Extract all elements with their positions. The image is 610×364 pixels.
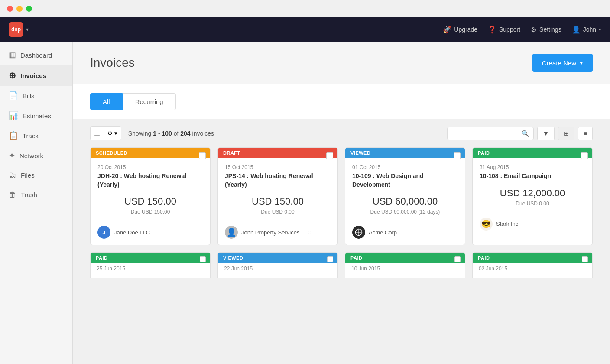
- sidebar-item-network[interactable]: ✦ Network: [0, 146, 72, 166]
- card-body-4: 31 Aug 2015 10-108 : Email Campaign USD …: [473, 158, 592, 237]
- sidebar-item-label: Trash: [21, 191, 37, 198]
- create-new-button[interactable]: Create New ▾: [532, 54, 593, 72]
- track-icon: 📋: [9, 131, 18, 140]
- tabs-row: All Recurring: [90, 93, 593, 110]
- tab-recurring[interactable]: Recurring: [123, 93, 176, 110]
- status-badge-4: PAID: [473, 148, 592, 158]
- showing-total: 204: [180, 130, 190, 137]
- client-name-1: Jane Doe LLC: [114, 229, 150, 236]
- create-new-label: Create New: [542, 59, 576, 67]
- search-input[interactable]: [452, 130, 522, 136]
- card-checkbox-7[interactable]: [454, 256, 461, 262]
- sidebar-item-label: Dashboard: [20, 52, 52, 59]
- card-checkbox-2[interactable]: [326, 152, 333, 159]
- client-avatar-1: J: [97, 226, 110, 239]
- trash-icon: 🗑: [9, 190, 16, 199]
- logo-text: dnp: [11, 26, 21, 32]
- sidebar-item-label: Network: [19, 152, 43, 159]
- upgrade-label: Upgrade: [454, 26, 477, 33]
- page-title: Invoices: [90, 56, 135, 70]
- support-label: Support: [499, 26, 520, 33]
- filter-button[interactable]: ▼: [537, 127, 555, 140]
- card-due-2: Due USD 0.00: [225, 209, 331, 215]
- tabs-section: All Recurring: [73, 84, 610, 119]
- maximize-button[interactable]: [26, 6, 32, 12]
- card-checkbox-8[interactable]: [582, 256, 588, 262]
- sidebar-item-bills[interactable]: 📄 Bills: [0, 86, 72, 106]
- client-avatar-2: 👤: [225, 226, 238, 239]
- gear-icon: ⚙ ▾: [107, 130, 117, 136]
- page-header: Invoices Create New ▾: [73, 42, 610, 84]
- client-avatar-4: 😎: [480, 218, 493, 231]
- search-box: 🔍: [447, 127, 534, 140]
- top-nav: dnp ▾ 🚀 Upgrade ❓ Support ⚙ Settings 👤 J…: [0, 17, 610, 42]
- invoice-card-8[interactable]: PAID 02 Jun 2015: [472, 252, 593, 278]
- invoice-card-7[interactable]: PAID 10 Jun 2015: [345, 252, 465, 278]
- list-view-button[interactable]: ≡: [578, 127, 593, 140]
- showing-range: 1 - 100: [153, 130, 172, 137]
- sidebar-item-files[interactable]: 🗂 Files: [0, 166, 72, 185]
- app-body: ▦ Dashboard ⊕ Invoices 📄 Bills 📊 Estimat…: [0, 42, 610, 364]
- cards-grid-bottom: PAID 25 Jun 2015 VIEWED 22 Jun 2015 PAID…: [90, 252, 593, 278]
- sidebar-item-label: Files: [21, 172, 35, 179]
- toolbar-right: 🔍 ▼ ⊞ ≡: [447, 127, 593, 140]
- card-checkbox-1[interactable]: [199, 152, 206, 159]
- invoice-card-1[interactable]: SCHEDULED 20 Oct 2015 JDH-20 : Web hosti…: [90, 147, 211, 245]
- grid-view-button[interactable]: ⊞: [558, 127, 574, 140]
- card-checkbox-5[interactable]: [200, 256, 206, 262]
- client-avatar-3: [352, 226, 365, 239]
- settings-link[interactable]: ⚙ Settings: [531, 26, 561, 34]
- tab-recurring-label: Recurring: [135, 98, 163, 105]
- sidebar-item-trash[interactable]: 🗑 Trash: [0, 185, 72, 205]
- card-amount-1: USD 150.00: [97, 196, 203, 207]
- invoice-card-3[interactable]: VIEWED 01 Oct 2015 10-109 : Web Design a…: [345, 147, 465, 245]
- upgrade-link[interactable]: 🚀 Upgrade: [443, 26, 477, 34]
- invoice-card-4[interactable]: PAID 31 Aug 2015 10-108 : Email Campaign…: [472, 147, 593, 245]
- card-due-4: Due USD 0.00: [480, 201, 585, 207]
- logo-chevron-icon[interactable]: ▾: [26, 26, 29, 32]
- sidebar-item-invoices[interactable]: ⊕ Invoices: [0, 65, 72, 86]
- list-icon: ≡: [584, 130, 587, 137]
- card-checkbox-6[interactable]: [327, 256, 333, 262]
- logo[interactable]: dnp: [9, 22, 23, 37]
- sidebar-item-dashboard[interactable]: ▦ Dashboard: [0, 45, 72, 65]
- cards-section: SCHEDULED 20 Oct 2015 JDH-20 : Web hosti…: [73, 147, 610, 296]
- card-checkbox-4[interactable]: [581, 152, 588, 159]
- card-id-title-4: 10-108 : Email Campaign: [480, 172, 585, 181]
- card-client-4: 😎 Stark Inc.: [480, 213, 585, 231]
- sidebar-item-estimates[interactable]: 📊 Estimates: [0, 106, 72, 126]
- card-checkbox-3[interactable]: [454, 152, 461, 159]
- status-badge-8: PAID: [473, 253, 592, 263]
- card-id-title-1: JDH-20 : Web hosting Renewal (Yearly): [97, 172, 203, 189]
- card-date-7: 10 Jun 2015: [345, 263, 465, 274]
- card-date-8: 02 Jun 2015: [473, 263, 592, 274]
- showing-prefix: Showing: [128, 130, 152, 137]
- client-name-3: Acme Corp: [369, 229, 397, 236]
- card-body-1: 20 Oct 2015 JDH-20 : Web hosting Renewal…: [91, 158, 210, 245]
- files-icon: 🗂: [9, 171, 16, 180]
- invoice-card-2[interactable]: DRAFT 15 Oct 2015 JPS-14 : Web hosting R…: [217, 147, 338, 245]
- bulk-actions-button[interactable]: ⚙ ▾: [104, 127, 121, 140]
- create-new-chevron-icon: ▾: [580, 59, 583, 67]
- support-link[interactable]: ❓ Support: [488, 26, 520, 34]
- card-client-3: Acme Corp: [352, 221, 458, 239]
- card-date-3: 01 Oct 2015: [352, 164, 458, 170]
- user-menu[interactable]: 👤 John ▾: [572, 26, 601, 34]
- status-badge-5: PAID: [91, 253, 210, 263]
- user-chevron-icon: ▾: [599, 27, 601, 32]
- tab-all[interactable]: All: [90, 93, 123, 110]
- card-amount-2: USD 150.00: [225, 196, 331, 207]
- close-button[interactable]: [7, 6, 13, 12]
- invoice-card-6[interactable]: VIEWED 22 Jun 2015: [217, 252, 338, 278]
- sidebar-item-track[interactable]: 📋 Track: [0, 126, 72, 146]
- bills-icon: 📄: [9, 91, 18, 101]
- top-nav-right: 🚀 Upgrade ❓ Support ⚙ Settings 👤 John ▾: [443, 26, 601, 34]
- card-client-1: J Jane Doe LLC: [97, 221, 203, 239]
- select-all-checkbox[interactable]: [91, 127, 104, 140]
- logo-area: dnp ▾: [9, 22, 29, 37]
- filter-icon: ▼: [543, 130, 549, 137]
- minimize-button[interactable]: [16, 6, 23, 12]
- invoice-card-5[interactable]: PAID 25 Jun 2015: [90, 252, 211, 278]
- status-badge-2: DRAFT: [218, 148, 337, 158]
- main-content: Invoices Create New ▾ All Recurring: [73, 42, 610, 364]
